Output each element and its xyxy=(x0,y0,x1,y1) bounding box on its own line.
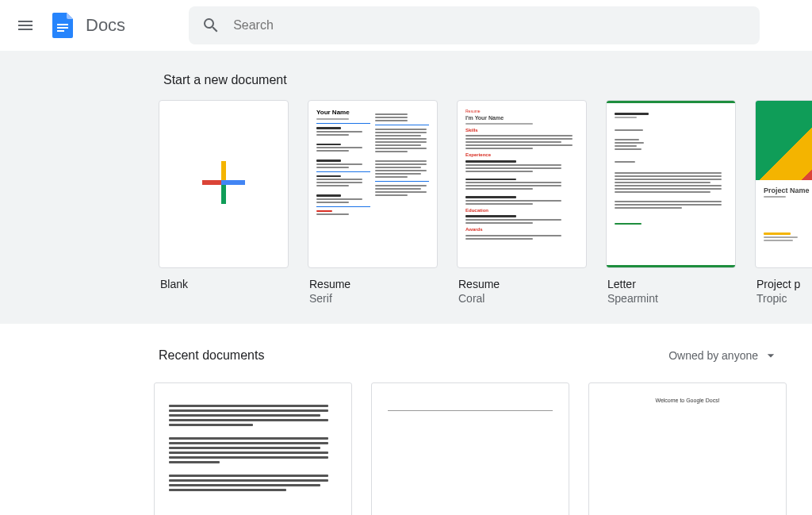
template-sub: Coral xyxy=(457,292,587,305)
template-gallery-heading: Start a new document xyxy=(159,63,812,100)
thumb-title: Project Name xyxy=(764,186,812,194)
recent-header: Recent documents Owned by anyone xyxy=(151,340,793,382)
template-sub: Serif xyxy=(308,292,438,305)
app-header: Docs xyxy=(0,0,812,51)
svg-rect-7 xyxy=(221,180,226,185)
hamburger-icon xyxy=(16,16,35,35)
template-row: Blank Your Name xyxy=(159,100,812,305)
recent-doc-thumb: Welcome to Google Docs! xyxy=(588,382,787,515)
docs-logo-icon xyxy=(49,11,78,40)
recent-doc-thumb xyxy=(154,382,352,515)
recent-doc-card[interactable] xyxy=(154,382,352,515)
app-name: Docs xyxy=(82,15,157,36)
caret-down-icon xyxy=(763,348,779,363)
template-blank-thumb xyxy=(159,100,289,268)
plus-icon xyxy=(202,161,245,204)
search-icon xyxy=(201,16,220,35)
thumb-title: I'm Your Name xyxy=(465,114,578,121)
svg-rect-3 xyxy=(221,161,226,180)
svg-rect-6 xyxy=(226,180,245,185)
template-resume-serif[interactable]: Your Name xyxy=(308,100,438,305)
template-name: Resume xyxy=(308,278,438,290)
thumb-title: Your Name xyxy=(316,109,370,117)
template-letter-spearmint-thumb xyxy=(606,100,736,268)
recent-doc-thumb xyxy=(371,382,569,515)
thumb-text: Welcome to Google Docs! xyxy=(589,398,786,403)
template-sub: Spearmint xyxy=(606,292,736,305)
template-letter-spearmint[interactable]: Letter Spearmint xyxy=(606,100,736,305)
template-sub: Tropic xyxy=(755,292,812,305)
template-name: Blank xyxy=(159,278,289,290)
template-project-tropic[interactable]: Project Name Project p Tropic xyxy=(755,100,812,305)
recent-documents-section: Recent documents Owned by anyone xyxy=(0,324,812,515)
svg-rect-0 xyxy=(57,24,68,25)
ownership-filter[interactable]: Owned by anyone xyxy=(662,343,785,368)
recent-doc-card[interactable] xyxy=(371,382,569,515)
search-input[interactable] xyxy=(227,18,753,33)
template-name: Project p xyxy=(755,278,812,290)
template-gallery-section: Start a new document Blank xyxy=(0,51,812,324)
recent-doc-card[interactable]: Welcome to Google Docs! xyxy=(588,382,787,515)
search-button[interactable] xyxy=(195,10,227,41)
template-resume-serif-thumb: Your Name xyxy=(308,100,438,268)
template-name: Resume xyxy=(457,278,587,290)
docs-logo[interactable] xyxy=(48,10,79,41)
recent-heading: Recent documents xyxy=(159,348,264,363)
recent-grid: Welcome to Google Docs! xyxy=(151,382,793,515)
template-name: Letter xyxy=(606,278,736,290)
search-container xyxy=(189,6,760,44)
template-blank[interactable]: Blank xyxy=(159,100,289,305)
svg-rect-1 xyxy=(57,27,68,29)
template-project-tropic-thumb: Project Name xyxy=(755,100,812,268)
svg-rect-4 xyxy=(221,185,226,204)
main-menu-button[interactable] xyxy=(6,6,44,44)
template-resume-coral-thumb: Resume I'm Your Name Skills Experience xyxy=(457,100,587,268)
ownership-filter-label: Owned by anyone xyxy=(668,349,758,362)
svg-rect-2 xyxy=(57,30,64,32)
search-bar[interactable] xyxy=(189,6,760,44)
svg-rect-5 xyxy=(202,180,221,185)
template-resume-coral[interactable]: Resume I'm Your Name Skills Experience xyxy=(457,100,587,305)
